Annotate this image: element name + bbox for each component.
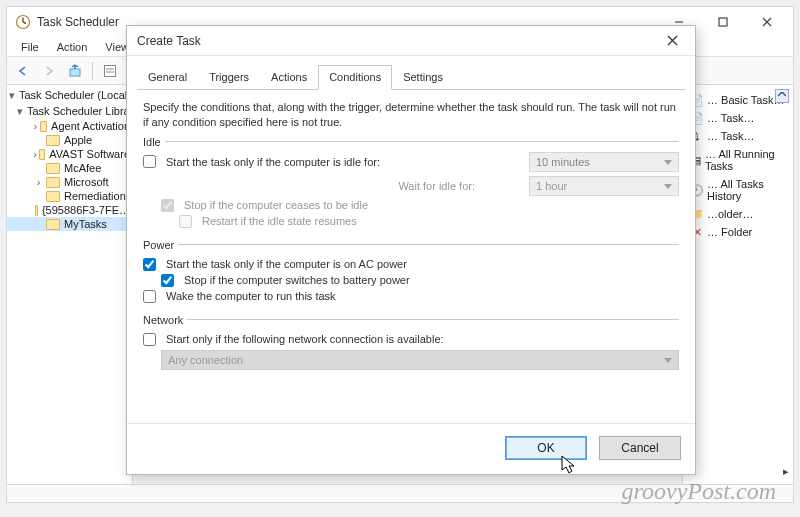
stop-if-ceases-row[interactable]: Stop if the computer ceases to be idle — [161, 199, 679, 212]
tab-actions[interactable]: Actions — [260, 65, 318, 90]
dialog-close-button[interactable] — [653, 28, 691, 54]
conditions-description: Specify the conditions that, along with … — [143, 100, 679, 130]
stop-on-battery-checkbox[interactable] — [161, 274, 174, 287]
net-only-checkbox[interactable] — [143, 333, 156, 346]
stop-on-battery-row[interactable]: Stop if the computer switches to battery… — [161, 274, 679, 287]
tab-triggers[interactable]: Triggers — [198, 65, 260, 90]
ac-only-row[interactable]: Start the task only if the computer is o… — [143, 258, 679, 271]
power-group: Power Start the task only if the compute… — [143, 239, 679, 314]
tab-settings[interactable]: Settings — [392, 65, 454, 90]
create-task-dialog: Create Task General Triggers Actions Con… — [126, 25, 696, 475]
stop-on-battery-label: Stop if the computer switches to battery… — [184, 274, 410, 286]
dialog-button-row: OK Cancel — [127, 423, 695, 474]
idle-group: Idle Start the task only if the computer… — [143, 136, 679, 239]
wait-for-idle-label: Wait for idle for: — [161, 180, 505, 192]
wait-duration-value: 1 hour — [536, 180, 567, 192]
dialog-title: Create Task — [137, 34, 653, 48]
dialog-backdrop: Create Task General Triggers Actions Con… — [0, 0, 800, 517]
ac-only-label: Start the task only if the computer is o… — [166, 258, 407, 270]
start-if-idle-checkbox[interactable] — [143, 155, 156, 168]
idle-duration-combo[interactable]: 10 minutes — [529, 152, 679, 172]
wait-duration-combo[interactable]: 1 hour — [529, 176, 679, 196]
idle-duration-value: 10 minutes — [536, 156, 590, 168]
idle-legend: Idle — [143, 136, 165, 148]
ac-only-checkbox[interactable] — [143, 258, 156, 271]
power-legend: Power — [143, 239, 178, 251]
network-legend: Network — [143, 314, 187, 326]
cancel-button[interactable]: Cancel — [599, 436, 681, 460]
network-group: Network Start only if the following netw… — [143, 314, 679, 381]
stop-if-ceases-checkbox[interactable] — [161, 199, 174, 212]
wake-checkbox[interactable] — [143, 290, 156, 303]
net-only-row[interactable]: Start only if the following network conn… — [143, 333, 679, 346]
start-if-idle-label: Start the task only if the computer is i… — [166, 156, 380, 168]
wake-row[interactable]: Wake the computer to run this task — [143, 290, 679, 303]
idle-start-row[interactable]: Start the task only if the computer is i… — [143, 155, 505, 168]
wake-label: Wake the computer to run this task — [166, 290, 336, 302]
restart-if-resumes-checkbox[interactable] — [179, 215, 192, 228]
stop-if-ceases-label: Stop if the computer ceases to be idle — [184, 199, 368, 211]
tab-general[interactable]: General — [137, 65, 198, 90]
ok-button[interactable]: OK — [505, 436, 587, 460]
net-only-label: Start only if the following network conn… — [166, 333, 444, 345]
tab-conditions[interactable]: Conditions — [318, 65, 392, 90]
restart-if-resumes-label: Restart if the idle state resumes — [202, 215, 357, 227]
dialog-titlebar: Create Task — [127, 26, 695, 56]
conditions-tab-content: Specify the conditions that, along with … — [127, 90, 695, 423]
restart-if-resumes-row[interactable]: Restart if the idle state resumes — [179, 215, 679, 228]
tabstrip: General Triggers Actions Conditions Sett… — [127, 56, 695, 89]
network-connection-value: Any connection — [168, 354, 243, 366]
network-connection-combo[interactable]: Any connection — [161, 350, 679, 370]
